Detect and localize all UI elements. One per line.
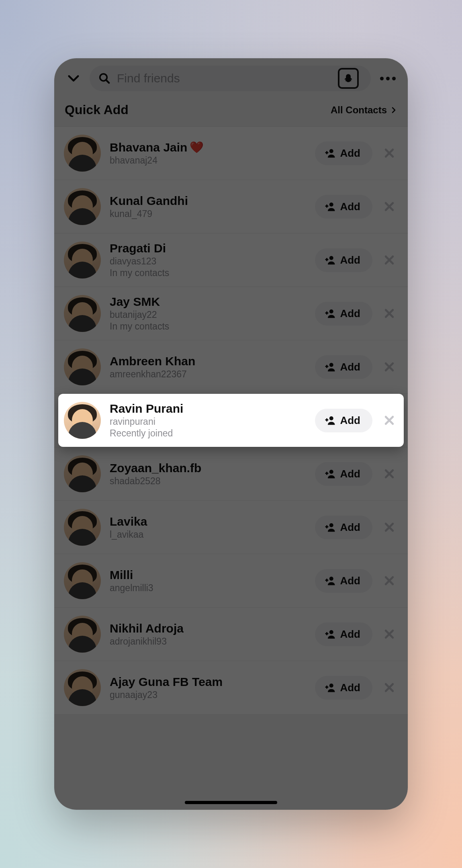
- add-friend-button[interactable]: Add: [315, 569, 372, 593]
- friend-name: Nikhil Adroja: [110, 622, 315, 635]
- avatar[interactable]: [64, 295, 101, 332]
- friend-row[interactable]: Ajay Guna FB Teamgunaajay23Add: [54, 661, 408, 714]
- chevron-right-icon: [390, 106, 397, 114]
- avatar[interactable]: [64, 562, 101, 599]
- add-friend-label: Add: [340, 361, 360, 373]
- close-chevron-button[interactable]: [63, 68, 84, 89]
- svg-point-26: [329, 577, 333, 581]
- friend-name-text: Pragati Di: [110, 242, 166, 255]
- close-icon: [383, 361, 395, 373]
- friend-row[interactable]: Lavikal_avikaaAdd: [54, 501, 408, 554]
- add-friend-label: Add: [340, 254, 360, 266]
- add-friend-button[interactable]: Add: [315, 462, 372, 486]
- section-header: Quick Add All Contacts: [54, 95, 408, 126]
- dismiss-button[interactable]: [380, 411, 398, 429]
- friend-name-text: Ajay Guna FB Team: [110, 675, 223, 689]
- add-friend-button[interactable]: Add: [315, 409, 372, 432]
- svg-point-29: [329, 630, 333, 634]
- add-friend-button[interactable]: Add: [315, 302, 372, 326]
- friend-name: Ajay Guna FB Team: [110, 675, 315, 689]
- add-friend-icon: [324, 575, 336, 587]
- svg-point-5: [329, 203, 333, 207]
- add-friend-label: Add: [340, 628, 360, 641]
- svg-point-14: [329, 363, 333, 367]
- close-icon: [383, 147, 395, 159]
- friend-name: Zoyaan_khan.fb: [110, 461, 315, 475]
- friend-info: Ambreen Khanamreenkhan22367: [110, 354, 315, 380]
- add-friend-icon: [324, 628, 336, 640]
- add-friend-button[interactable]: Add: [315, 248, 372, 272]
- friend-name-text: Ravin Purani: [110, 402, 183, 416]
- friend-row[interactable]: Milliangelmilli3Add: [54, 554, 408, 608]
- friend-row[interactable]: Ravin PuraniravinpuraniRecently joinedAd…: [58, 394, 404, 447]
- friend-row[interactable]: Pragati Didiavyas123In my contactsAdd: [54, 233, 408, 287]
- add-friend-button[interactable]: Add: [315, 355, 372, 379]
- svg-point-8: [329, 256, 333, 260]
- add-friend-icon: [324, 682, 336, 694]
- avatar[interactable]: [64, 509, 101, 546]
- friend-username: l_avikaa: [110, 529, 315, 540]
- friend-username: bhavanaj24: [110, 155, 315, 166]
- dismiss-button[interactable]: [380, 251, 398, 269]
- friend-row[interactable]: Nikhil Adrojaadrojanikhil93Add: [54, 608, 408, 661]
- add-friend-button[interactable]: Add: [315, 622, 372, 646]
- avatar[interactable]: [64, 669, 101, 706]
- close-icon: [383, 575, 395, 587]
- all-contacts-text: All Contacts: [331, 104, 387, 116]
- search-placeholder: Find friends: [117, 72, 180, 85]
- dismiss-button[interactable]: [380, 198, 398, 215]
- dismiss-button[interactable]: [380, 572, 398, 590]
- friend-info: Kunal Gandhikunal_479: [110, 194, 315, 219]
- friend-name-text: Lavika: [110, 515, 147, 528]
- all-contacts-link[interactable]: All Contacts: [331, 104, 397, 116]
- friend-username: butanijay22: [110, 309, 315, 320]
- search-bar[interactable]: Find friends: [90, 66, 371, 91]
- svg-point-23: [329, 523, 333, 527]
- dismiss-button[interactable]: [380, 144, 398, 162]
- add-friend-button[interactable]: Add: [315, 141, 372, 165]
- dismiss-button[interactable]: [380, 305, 398, 322]
- friend-row[interactable]: Jay SMKbutanijay22In my contactsAdd: [54, 287, 408, 340]
- friend-row[interactable]: Ambreen Khanamreenkhan22367Add: [54, 340, 408, 394]
- avatar[interactable]: [64, 402, 101, 439]
- dismiss-button[interactable]: [380, 625, 398, 643]
- more-button[interactable]: [376, 77, 399, 80]
- friend-name: Kunal Gandhi: [110, 194, 315, 208]
- dismiss-button[interactable]: [380, 465, 398, 483]
- avatar[interactable]: [64, 188, 101, 225]
- dismiss-button[interactable]: [380, 358, 398, 376]
- friend-row[interactable]: Zoyaan_khan.fbshadab2528Add: [54, 447, 408, 501]
- add-friend-button[interactable]: Add: [315, 195, 372, 219]
- friend-info: Ajay Guna FB Teamgunaajay23: [110, 675, 315, 700]
- friend-row[interactable]: Bhavana Jain❤️bhavanaj24Add: [54, 127, 408, 180]
- friend-name: Pragati Di: [110, 242, 315, 255]
- close-icon: [383, 521, 395, 533]
- svg-point-32: [329, 684, 333, 688]
- close-icon: [383, 682, 395, 694]
- friend-name: Jay SMK: [110, 295, 315, 309]
- avatar[interactable]: [64, 242, 101, 278]
- add-friend-label: Add: [340, 575, 360, 587]
- friend-subtext: In my contacts: [110, 321, 315, 332]
- avatar[interactable]: [64, 455, 101, 492]
- avatar[interactable]: [64, 348, 101, 385]
- add-friend-button[interactable]: Add: [315, 676, 372, 700]
- add-friend-button[interactable]: Add: [315, 516, 372, 539]
- home-indicator[interactable]: [185, 801, 277, 804]
- avatar[interactable]: [64, 135, 101, 172]
- snapcode-button[interactable]: [338, 68, 359, 89]
- friend-name-text: Zoyaan_khan.fb: [110, 461, 201, 475]
- chevron-down-icon: [67, 72, 80, 85]
- svg-point-20: [329, 470, 333, 474]
- close-icon: [383, 254, 395, 266]
- friend-row[interactable]: Kunal Gandhikunal_479Add: [54, 180, 408, 233]
- dismiss-button[interactable]: [380, 679, 398, 696]
- svg-point-17: [329, 416, 333, 420]
- friend-info: Pragati Didiavyas123In my contacts: [110, 242, 315, 278]
- add-friend-icon: [324, 414, 336, 426]
- avatar[interactable]: [64, 616, 101, 653]
- add-friend-label: Add: [340, 147, 360, 160]
- search-icon: [98, 72, 110, 84]
- dismiss-button[interactable]: [380, 518, 398, 536]
- header: Find friends: [54, 58, 408, 95]
